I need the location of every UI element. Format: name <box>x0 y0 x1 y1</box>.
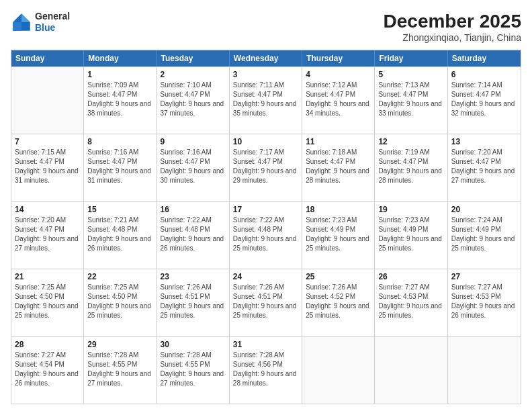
calendar-cell: 6Sunrise: 7:14 AMSunset: 4:47 PMDaylight… <box>448 67 521 134</box>
day-number: 8 <box>87 137 152 146</box>
day-info: Sunrise: 7:16 AMSunset: 4:47 PMDaylight:… <box>161 148 226 185</box>
logo-icon <box>11 11 32 33</box>
day-number: 21 <box>15 272 80 281</box>
calendar-day-header: Thursday <box>302 50 375 66</box>
calendar-cell: 20Sunrise: 7:24 AMSunset: 4:49 PMDayligh… <box>448 202 521 269</box>
day-number: 5 <box>378 70 443 79</box>
day-info: Sunrise: 7:25 AMSunset: 4:50 PMDaylight:… <box>87 283 152 320</box>
day-info: Sunrise: 7:20 AMSunset: 4:47 PMDaylight:… <box>451 148 517 185</box>
day-info: Sunrise: 7:11 AMSunset: 4:47 PMDaylight:… <box>233 81 298 118</box>
day-info: Sunrise: 7:23 AMSunset: 4:49 PMDaylight:… <box>378 216 443 253</box>
day-number: 15 <box>87 205 152 214</box>
day-info: Sunrise: 7:26 AMSunset: 4:51 PMDaylight:… <box>161 283 226 320</box>
calendar-row: 1Sunrise: 7:09 AMSunset: 4:47 PMDaylight… <box>11 66 521 134</box>
day-info: Sunrise: 7:22 AMSunset: 4:48 PMDaylight:… <box>233 216 298 253</box>
calendar-cell: 11Sunrise: 7:18 AMSunset: 4:47 PMDayligh… <box>302 134 375 201</box>
calendar-cell <box>302 337 375 404</box>
day-number: 23 <box>161 272 226 281</box>
calendar: SundayMondayTuesdayWednesdayThursdayFrid… <box>11 50 521 404</box>
day-number: 7 <box>15 137 80 146</box>
day-info: Sunrise: 7:26 AMSunset: 4:52 PMDaylight:… <box>306 283 371 320</box>
svg-marker-1 <box>21 13 30 22</box>
calendar-cell: 17Sunrise: 7:22 AMSunset: 4:48 PMDayligh… <box>230 202 302 269</box>
calendar-cell: 22Sunrise: 7:25 AMSunset: 4:50 PMDayligh… <box>84 269 157 336</box>
day-number: 16 <box>161 205 226 214</box>
day-number: 18 <box>306 205 371 214</box>
calendar-cell: 24Sunrise: 7:26 AMSunset: 4:51 PMDayligh… <box>230 269 302 336</box>
day-number: 11 <box>306 137 371 146</box>
calendar-cell: 15Sunrise: 7:21 AMSunset: 4:48 PMDayligh… <box>84 202 157 269</box>
calendar-cell: 19Sunrise: 7:23 AMSunset: 4:49 PMDayligh… <box>375 202 447 269</box>
day-info: Sunrise: 7:24 AMSunset: 4:49 PMDaylight:… <box>451 216 517 253</box>
calendar-cell: 21Sunrise: 7:25 AMSunset: 4:50 PMDayligh… <box>11 269 84 336</box>
day-info: Sunrise: 7:18 AMSunset: 4:47 PMDaylight:… <box>306 148 371 185</box>
calendar-day-header: Saturday <box>448 50 521 66</box>
day-info: Sunrise: 7:10 AMSunset: 4:47 PMDaylight:… <box>161 81 226 118</box>
day-number: 29 <box>87 340 152 349</box>
day-info: Sunrise: 7:14 AMSunset: 4:47 PMDaylight:… <box>451 81 517 118</box>
day-number: 6 <box>451 70 517 79</box>
day-info: Sunrise: 7:28 AMSunset: 4:55 PMDaylight:… <box>161 351 226 388</box>
calendar-header: SundayMondayTuesdayWednesdayThursdayFrid… <box>11 50 521 66</box>
logo: General Blue <box>11 11 70 34</box>
calendar-row: 21Sunrise: 7:25 AMSunset: 4:50 PMDayligh… <box>11 269 521 336</box>
location-subtitle: Zhongxinqiao, Tianjin, China <box>384 32 521 43</box>
calendar-cell: 13Sunrise: 7:20 AMSunset: 4:47 PMDayligh… <box>448 134 521 201</box>
day-info: Sunrise: 7:28 AMSunset: 4:55 PMDaylight:… <box>87 351 152 388</box>
logo-blue: Blue <box>35 22 70 34</box>
day-number: 10 <box>233 137 298 146</box>
calendar-cell <box>375 337 447 404</box>
calendar-cell: 7Sunrise: 7:15 AMSunset: 4:47 PMDaylight… <box>11 134 84 201</box>
calendar-cell: 16Sunrise: 7:22 AMSunset: 4:48 PMDayligh… <box>157 202 230 269</box>
day-number: 2 <box>161 70 226 79</box>
day-number: 17 <box>233 205 298 214</box>
calendar-cell: 4Sunrise: 7:12 AMSunset: 4:47 PMDaylight… <box>302 67 375 134</box>
day-number: 4 <box>306 70 371 79</box>
calendar-cell: 18Sunrise: 7:23 AMSunset: 4:49 PMDayligh… <box>302 202 375 269</box>
calendar-cell: 29Sunrise: 7:28 AMSunset: 4:55 PMDayligh… <box>84 337 157 404</box>
header: General Blue December 2025 Zhongxinqiao,… <box>11 11 521 43</box>
day-info: Sunrise: 7:28 AMSunset: 4:56 PMDaylight:… <box>233 351 298 388</box>
calendar-body: 1Sunrise: 7:09 AMSunset: 4:47 PMDaylight… <box>11 66 521 404</box>
calendar-cell: 31Sunrise: 7:28 AMSunset: 4:56 PMDayligh… <box>230 337 302 404</box>
calendar-cell: 14Sunrise: 7:20 AMSunset: 4:47 PMDayligh… <box>11 202 84 269</box>
day-info: Sunrise: 7:09 AMSunset: 4:47 PMDaylight:… <box>87 81 152 118</box>
day-info: Sunrise: 7:13 AMSunset: 4:47 PMDaylight:… <box>378 81 443 118</box>
day-number: 14 <box>15 205 80 214</box>
calendar-cell: 27Sunrise: 7:27 AMSunset: 4:53 PMDayligh… <box>448 269 521 336</box>
day-number: 31 <box>233 340 298 349</box>
calendar-cell: 30Sunrise: 7:28 AMSunset: 4:55 PMDayligh… <box>157 337 230 404</box>
calendar-cell: 5Sunrise: 7:13 AMSunset: 4:47 PMDaylight… <box>375 67 447 134</box>
calendar-day-header: Tuesday <box>157 50 230 66</box>
day-info: Sunrise: 7:19 AMSunset: 4:47 PMDaylight:… <box>378 148 443 185</box>
calendar-row: 28Sunrise: 7:27 AMSunset: 4:54 PMDayligh… <box>11 336 521 404</box>
calendar-cell: 10Sunrise: 7:17 AMSunset: 4:47 PMDayligh… <box>230 134 302 201</box>
calendar-cell <box>11 67 84 134</box>
day-info: Sunrise: 7:26 AMSunset: 4:51 PMDaylight:… <box>233 283 298 320</box>
calendar-cell: 3Sunrise: 7:11 AMSunset: 4:47 PMDaylight… <box>230 67 302 134</box>
calendar-cell: 12Sunrise: 7:19 AMSunset: 4:47 PMDayligh… <box>375 134 447 201</box>
day-info: Sunrise: 7:20 AMSunset: 4:47 PMDaylight:… <box>15 216 80 253</box>
day-number: 20 <box>451 205 517 214</box>
day-info: Sunrise: 7:27 AMSunset: 4:53 PMDaylight:… <box>378 283 443 320</box>
day-number: 9 <box>161 137 226 146</box>
day-number: 3 <box>233 70 298 79</box>
day-info: Sunrise: 7:25 AMSunset: 4:50 PMDaylight:… <box>15 283 80 320</box>
day-number: 25 <box>306 272 371 281</box>
day-info: Sunrise: 7:15 AMSunset: 4:47 PMDaylight:… <box>15 148 80 185</box>
calendar-cell: 28Sunrise: 7:27 AMSunset: 4:54 PMDayligh… <box>11 337 84 404</box>
day-number: 26 <box>378 272 443 281</box>
calendar-row: 14Sunrise: 7:20 AMSunset: 4:47 PMDayligh… <box>11 201 521 269</box>
day-info: Sunrise: 7:27 AMSunset: 4:53 PMDaylight:… <box>451 283 517 320</box>
calendar-cell: 1Sunrise: 7:09 AMSunset: 4:47 PMDaylight… <box>84 67 157 134</box>
day-number: 27 <box>451 272 517 281</box>
day-info: Sunrise: 7:22 AMSunset: 4:48 PMDaylight:… <box>161 216 226 253</box>
calendar-cell: 2Sunrise: 7:10 AMSunset: 4:47 PMDaylight… <box>157 67 230 134</box>
day-number: 22 <box>87 272 152 281</box>
svg-marker-2 <box>13 22 21 31</box>
calendar-day-header: Friday <box>375 50 447 66</box>
month-title: December 2025 <box>384 11 521 32</box>
calendar-cell: 8Sunrise: 7:16 AMSunset: 4:47 PMDaylight… <box>84 134 157 201</box>
day-info: Sunrise: 7:23 AMSunset: 4:49 PMDaylight:… <box>306 216 371 253</box>
day-info: Sunrise: 7:21 AMSunset: 4:48 PMDaylight:… <box>87 216 152 253</box>
